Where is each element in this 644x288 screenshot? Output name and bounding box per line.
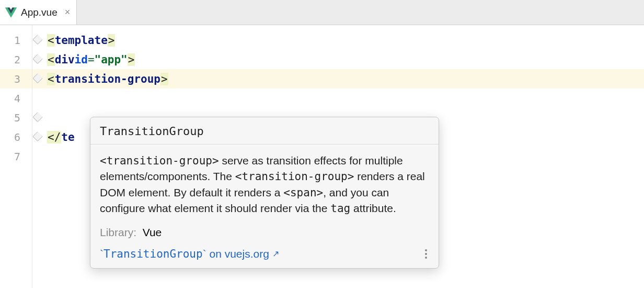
vue-icon [5,7,17,18]
popup-title: TransitionGroup [90,117,439,145]
popup-description: <transition-group> serve as transition e… [90,145,439,223]
close-icon[interactable]: × [65,7,71,18]
line-number: 6 [0,127,32,147]
fold-toggle[interactable] [32,69,43,88]
fold-cell [32,88,43,108]
line-number: 7 [0,147,32,166]
documentation-popup: TransitionGroup <transition-group> serve… [90,117,439,269]
more-options-icon[interactable] [423,247,429,261]
line-number: 2 [0,50,32,69]
line-number: 4 [0,88,32,108]
fold-toggle[interactable] [32,108,43,127]
fold-cell [32,147,43,166]
line-number: 3 [0,69,32,88]
file-tab[interactable]: App.vue × [0,0,77,25]
code-line [43,88,644,108]
popup-library: Library: Vue [90,223,439,244]
line-number: 1 [0,30,32,50]
fold-column [32,25,43,288]
code-line: <template> [43,30,644,50]
fold-toggle[interactable] [32,30,43,50]
external-docs-link[interactable]: `TransitionGroup` on vuejs.org ↗ [100,248,279,260]
code-line: <div id="app"> [43,50,644,69]
fold-toggle[interactable] [32,127,43,147]
code-line-active: <transition-group> [43,69,644,88]
tab-bar: App.vue × [0,0,644,25]
code-editor[interactable]: 1 2 3 4 5 6 7 <template> <div id="app"> … [0,25,644,288]
line-gutter: 1 2 3 4 5 6 7 [0,25,32,288]
line-number: 5 [0,108,32,127]
external-link-icon: ↗ [272,249,279,259]
fold-toggle[interactable] [32,50,43,69]
tab-filename: App.vue [21,7,58,18]
